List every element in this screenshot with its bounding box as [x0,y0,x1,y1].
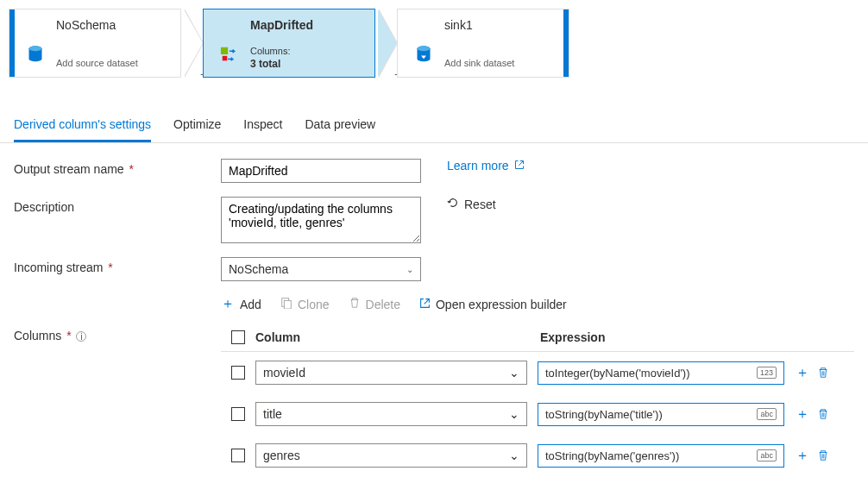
incoming-stream-label: Incoming stream * [14,257,221,274]
column-name-select[interactable]: movieId⌄ [255,361,527,385]
delete-row-button[interactable] [814,405,833,424]
row-checkbox[interactable] [231,407,245,421]
flow-canvas: NoSchema Add source dataset + MapDrifted… [0,0,868,86]
sink-title: sink1 [444,18,473,32]
add-column-button[interactable]: ＋Add [221,295,261,313]
tab-data-preview[interactable]: Data preview [305,110,375,142]
select-all-checkbox[interactable] [231,330,245,344]
table-row: title⌄ toString(byName('title'))abc ＋ [221,393,854,435]
chevron-down-icon: ⌄ [509,366,519,380]
expression-input[interactable]: toString(byName('genres'))abc [538,444,784,468]
row-checkbox[interactable] [231,449,245,462]
expression-input[interactable]: toInteger(byName('movieId'))123 [538,361,784,385]
columns-table: Column Expression movieId⌄ toInteger(byN… [221,325,854,476]
delete-row-button[interactable] [814,363,833,382]
delete-row-button[interactable] [814,446,833,465]
chevron-down-icon: ⌄ [509,407,519,421]
columns-label: Columns * i [14,325,221,342]
transform-columns-label: Columns: [250,46,290,56]
add-row-button[interactable]: ＋ [793,446,812,465]
source-icon [23,42,47,66]
column-name-select[interactable]: genres⌄ [255,443,527,468]
output-stream-label: Output stream name * [14,159,221,176]
source-node[interactable]: NoSchema Add source dataset [9,9,181,78]
reset-button[interactable]: Reset [447,197,496,211]
sink-node[interactable]: sink1 Add sink dataset [397,9,569,78]
tab-inspect[interactable]: Inspect [243,110,282,142]
source-subtitle: Add source dataset [56,58,138,68]
row-checkbox[interactable] [231,366,245,380]
external-link-icon [514,159,525,173]
add-row-button[interactable]: ＋ [793,405,812,424]
type-badge: 123 [757,367,777,379]
settings-panel: Output stream name * Learn more Descript… [0,143,868,492]
description-input[interactable] [221,197,421,243]
open-expression-builder-button[interactable]: Open expression builder [419,298,567,311]
add-row-button[interactable]: ＋ [793,363,812,382]
sink-icon [412,42,436,66]
tab-bar: Derived column's settings Optimize Inspe… [0,110,868,143]
expression-header: Expression [540,330,605,344]
table-row: genres⌄ toString(byName('genres'))abc ＋ [221,435,854,476]
chevron-down-icon: ⌄ [406,265,413,274]
column-name-select[interactable]: title⌄ [255,402,527,426]
sink-subtitle: Add sink dataset [444,58,514,68]
delete-icon [349,297,361,311]
column-header: Column [255,330,540,344]
info-icon[interactable]: i [76,331,86,342]
clone-column-button[interactable]: Clone [280,297,330,311]
transform-node[interactable]: MapDrifted Columns: 3 total [203,9,375,78]
description-label: Description [14,197,221,214]
table-row: movieId⌄ toInteger(byName('movieId'))123… [221,352,854,393]
columns-toolbar: ＋Add Clone Delete Open expression builde… [221,295,854,313]
svg-rect-7 [284,300,291,309]
external-link-icon [419,298,431,311]
output-stream-input[interactable] [221,159,421,183]
svg-point-5 [418,46,431,51]
source-title: NoSchema [56,18,116,32]
learn-more-link[interactable]: Learn more [447,159,525,173]
type-badge: abc [757,408,777,420]
delete-column-button[interactable]: Delete [349,297,400,311]
reset-icon [447,197,459,211]
clone-icon [280,297,292,311]
tab-optimize[interactable]: Optimize [173,110,221,142]
svg-point-1 [29,46,42,51]
svg-rect-3 [223,56,228,61]
expression-input[interactable]: toString(byName('title'))abc [538,403,784,426]
transform-title: MapDrifted [250,18,313,32]
map-drifted-icon [217,42,242,66]
plus-icon: ＋ [221,295,235,313]
chevron-down-icon: ⌄ [509,449,519,462]
type-badge: abc [757,449,777,461]
incoming-stream-select[interactable]: NoSchema ⌄ [221,257,421,281]
transform-columns-value: 3 total [250,58,280,70]
svg-rect-2 [221,47,228,54]
tab-settings[interactable]: Derived column's settings [14,110,151,142]
